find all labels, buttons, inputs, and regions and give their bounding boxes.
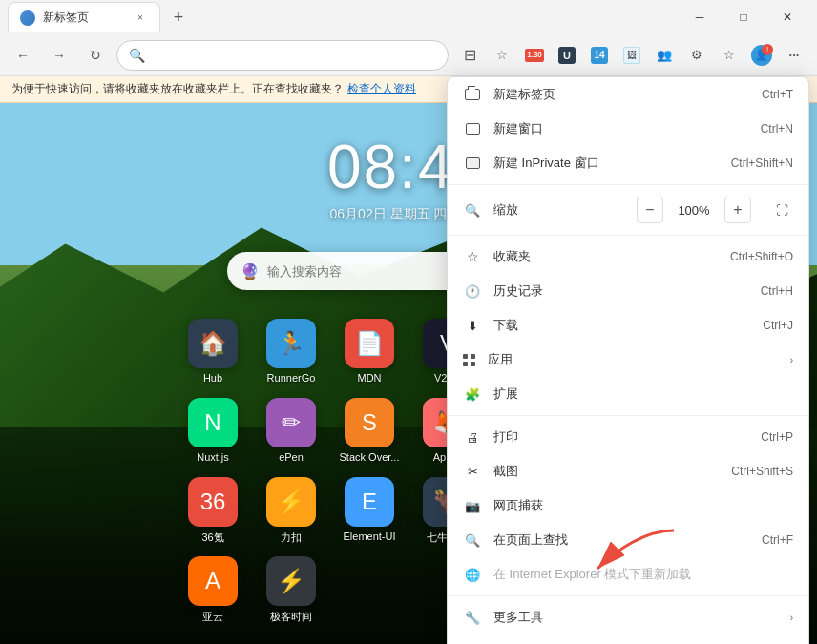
menu-item-more-tools[interactable]: 🔧更多工具› [448, 600, 808, 634]
menu-item-shortcut: Ctrl+J [763, 319, 793, 332]
shortcut-item[interactable]: EElement-UI [336, 477, 403, 545]
menu-item-print[interactable]: 🖨打印Ctrl+P [448, 420, 808, 454]
menu-item-label: 历史记录 [493, 282, 749, 300]
browser-window: 新标签页 × + ─ □ ✕ ← → ↻ 🔍 ⊟ ☆ 1.30 [0, 0, 817, 644]
shortcut-label: Stack Over... [340, 451, 400, 463]
zoom-expand-button[interactable]: ⛶ [770, 198, 793, 221]
img-icon[interactable]: 🖼 [617, 40, 647, 71]
zoom-label: 缩放 [493, 201, 625, 218]
new-tab-button[interactable]: + [164, 3, 193, 31]
menu-divider [448, 184, 808, 185]
screenshot-icon: ✂ [463, 462, 482, 481]
shortcut-item[interactable]: ⚡极客时间 [258, 556, 325, 624]
menu-item-new-tab[interactable]: 新建标签页Ctrl+T [448, 77, 808, 112]
shortcut-label: RunnerGo [267, 372, 316, 384]
menu-item-settings[interactable]: ⚙设置 [448, 634, 808, 644]
new-inprivate-icon [463, 154, 482, 173]
menu-item-label: 在页面上查找 [493, 531, 750, 549]
shortcut-item[interactable]: SStack Over... [336, 398, 403, 466]
people-icon[interactable]: 👥 [649, 40, 680, 71]
shortcut-item[interactable]: 3636氪 [179, 477, 246, 545]
active-tab[interactable]: 新标签页 × [8, 2, 160, 32]
shortcut-icon: A [188, 556, 238, 606]
menu-item-new-window[interactable]: 新建窗口Ctrl+N [448, 112, 808, 146]
close-button[interactable]: ✕ [765, 0, 809, 34]
menu-item-extensions[interactable]: 🧩扩展 [448, 377, 808, 411]
toolbar-icons: ⊟ ☆ 1.30 U 14 🖼 👥 ⚙ ☆ [454, 40, 809, 71]
search-box-icon: 🔮 [241, 262, 260, 280]
shortcut-label: Element-UI [343, 530, 395, 542]
shortcut-icon: 🏠 [188, 319, 238, 368]
info-link[interactable]: 检查个人资料 [347, 81, 416, 97]
shortcut-icon: N [188, 398, 238, 447]
minimize-button[interactable]: ─ [678, 0, 722, 34]
shortcut-item[interactable]: ⚡力扣 [258, 477, 325, 545]
more-tools-icon: 🔧 [463, 608, 482, 627]
info-text: 为便于快速访问，请将收藏夹放在收藏夹栏上。正在查找收藏夹？ [11, 81, 344, 97]
settings-cog-icon[interactable]: ⚙ [681, 40, 712, 71]
history-icon: 🕐 [463, 281, 482, 301]
refresh-button[interactable]: ↻ [80, 40, 111, 71]
menu-item-apps[interactable]: 应用› [448, 343, 808, 377]
address-input[interactable] [153, 48, 436, 62]
forward-button[interactable]: → [44, 40, 74, 71]
shortcut-item[interactable]: NNuxt.js [179, 398, 246, 466]
menu-item-screenshot[interactable]: ✂截图Ctrl+Shift+S [448, 454, 808, 488]
extensions-icon: 🧩 [463, 384, 482, 404]
more-options-icon[interactable]: ··· [779, 40, 809, 71]
favorites-bar-icon[interactable]: ☆ [714, 40, 744, 71]
menu-item-label: 截图 [493, 463, 720, 480]
shortcut-item[interactable]: 🏠Hub [179, 319, 246, 386]
menu-item-shortcut: Ctrl+N [761, 122, 793, 135]
shortcut-item[interactable]: 🏃RunnerGo [258, 319, 325, 386]
menu-item-zoom: 🔍 缩放 − 100% + ⛶ [448, 189, 808, 231]
back-button[interactable]: ← [8, 40, 38, 71]
menu-item-web-capture[interactable]: 📷网页捕获 [448, 488, 808, 523]
address-bar[interactable]: 🔍 [116, 40, 449, 71]
menu-item-label: 网页捕获 [493, 497, 793, 514]
menu-item-label: 更多工具 [493, 609, 779, 626]
menu-item-new-inprivate[interactable]: 新建 InPrivate 窗口Ctrl+Shift+N [448, 146, 808, 180]
shortcut-label: 36氪 [201, 530, 223, 545]
maximize-button[interactable]: □ [722, 0, 765, 34]
menu-item-label: 收藏夹 [493, 248, 719, 265]
shortcut-item[interactable]: A亚云 [179, 556, 246, 624]
navigation-bar: ← → ↻ 🔍 ⊟ ☆ 1.30 U 14 🖼 [0, 34, 817, 76]
favorites-star-icon[interactable]: ☆ [487, 40, 517, 71]
extension-numbered-icon[interactable]: 14 [584, 40, 615, 71]
zoom-minus-button[interactable]: − [637, 197, 663, 223]
shortcut-icon: ⚡ [266, 556, 316, 606]
menu-item-ie-mode: 🌐在 Internet Explorer 模式下重新加载 [448, 557, 808, 592]
extension-u-icon[interactable]: U [552, 40, 582, 71]
menu-item-arrow-icon: › [790, 355, 793, 365]
zoom-icon: 🔍 [463, 200, 482, 219]
menu-item-shortcut: Ctrl+Shift+N [731, 156, 793, 170]
menu-item-label: 应用 [488, 351, 779, 368]
tab-title: 新标签页 [43, 10, 89, 26]
find-icon: 🔍 [463, 530, 482, 550]
shortcut-label: MDN [357, 372, 381, 384]
menu-item-find[interactable]: 🔍在页面上查找Ctrl+F [448, 523, 808, 557]
shortcut-label: 力扣 [281, 530, 302, 545]
zoom-value: 100% [675, 203, 713, 218]
menu-item-label: 新建标签页 [493, 86, 750, 103]
tab-close-button[interactable]: × [133, 10, 148, 26]
menu-item-shortcut: Ctrl+F [762, 533, 793, 547]
shortcut-label: Hub [203, 372, 222, 384]
menu-item-downloads[interactable]: ⬇下载Ctrl+J [448, 308, 808, 343]
shortcut-item[interactable]: ✏ePen [258, 398, 325, 466]
menu-item-shortcut: Ctrl+P [761, 430, 793, 444]
profile-badge: ! [762, 44, 773, 55]
shortcut-icon: 36 [188, 477, 238, 527]
profile-icon[interactable]: 👤 ! [746, 40, 777, 71]
menu-item-favorites[interactable]: ☆收藏夹Ctrl+Shift+O [448, 239, 808, 274]
menu-divider [448, 235, 808, 236]
web-capture-icon: 📷 [463, 496, 482, 515]
menu-item-history[interactable]: 🕐历史记录Ctrl+H [448, 274, 808, 308]
collections-icon[interactable]: 1.30 [519, 40, 550, 71]
shortcut-icon: 📄 [345, 319, 394, 368]
split-screen-icon[interactable]: ⊟ [454, 40, 485, 71]
zoom-plus-button[interactable]: + [724, 197, 751, 223]
shortcut-item[interactable]: 📄MDN [336, 319, 403, 386]
shortcut-icon: S [345, 398, 394, 447]
